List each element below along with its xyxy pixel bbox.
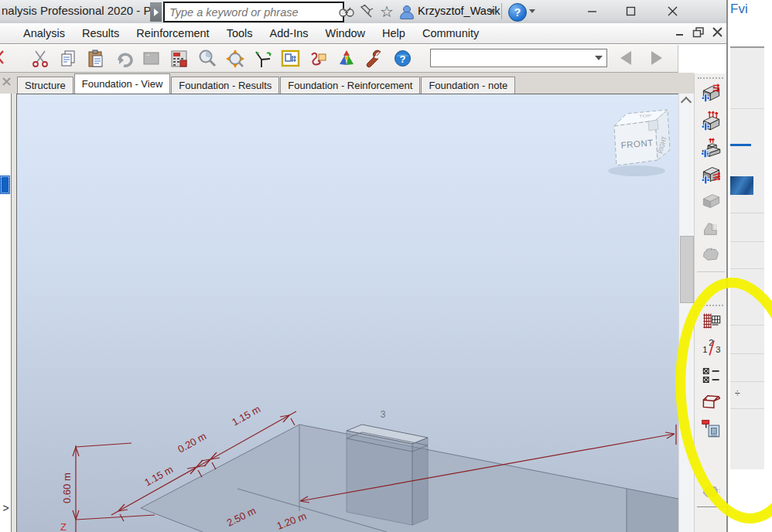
dim-height: 0.60 m (61, 472, 73, 503)
toolbar-separator (697, 271, 725, 272)
tab-foundation-results[interactable]: Foundation - Results (171, 77, 279, 94)
member-select-button[interactable] (249, 47, 277, 70)
cut-button[interactable] (26, 47, 54, 70)
expand-arrow-button[interactable] (150, 2, 162, 22)
nav-forward-button[interactable] (651, 51, 662, 65)
stepped-footing-button[interactable] (701, 138, 722, 159)
titlebar: nalysis Professional 2020 - P... ☆ Krzys… (0, 0, 728, 24)
view-3d-button[interactable] (333, 47, 360, 70)
pan-zoom-button[interactable] (221, 47, 249, 70)
scroll-up-button[interactable] (681, 96, 692, 105)
favorites-star-icon[interactable]: ☆ (378, 3, 395, 20)
chevron-down-icon (595, 56, 603, 60)
paste-button[interactable] (82, 47, 110, 70)
menu-addins[interactable]: Add-Ins (261, 23, 317, 43)
mdi-minimize-button[interactable] (673, 25, 687, 39)
external-divider (730, 325, 764, 326)
minimize-button[interactable] (574, 0, 610, 22)
menu-window[interactable]: Window (317, 23, 374, 43)
selection-combobox[interactable] (430, 49, 607, 67)
help-icon[interactable]: ? (508, 3, 527, 22)
pile-cap-disabled-button[interactable] (701, 218, 722, 239)
vertical-scrollbar[interactable] (678, 94, 695, 532)
external-glyph: ÷ (735, 388, 740, 399)
left-panel-selected-item[interactable] (0, 176, 10, 194)
toolbar-spacer (9, 47, 26, 70)
delete-icon[interactable] (0, 49, 6, 66)
view-tabbar: Structure Foundation - View Foundation -… (0, 73, 694, 94)
formwork-drawing-button[interactable] (701, 390, 722, 411)
combobox-value (431, 49, 606, 54)
reinforcement-description-button[interactable] (701, 365, 722, 386)
tab-foundation-reinforcement[interactable]: Foundation - Reinforcement (280, 77, 420, 94)
user-dropdown-icon[interactable] (489, 9, 495, 13)
external-divider (730, 353, 764, 354)
left-panel-expand-button[interactable]: > (1, 501, 11, 515)
titlebar-divider (501, 3, 502, 19)
nav-back-button[interactable] (620, 51, 631, 65)
mdi-close-icon (713, 28, 722, 36)
close-view-button[interactable] (1, 75, 12, 87)
avatar-body (400, 12, 414, 19)
external-divider (730, 381, 764, 382)
view-numbering-button[interactable] (277, 47, 305, 70)
bar-numbering-button[interactable]: 1 2 3 (701, 338, 722, 359)
help-dropdown-icon[interactable] (529, 9, 535, 13)
satellite-icon[interactable] (358, 3, 375, 20)
foundation-3d-scene: 3 0.60 m 1.15 m 0.20 m 1.15 m 2.50 m 1.2… (16, 94, 678, 532)
external-window-text: Fvi (730, 2, 748, 17)
external-divider (730, 241, 764, 242)
dim-chain-2: 0.20 m (176, 430, 208, 455)
menubar: Analysis Results Reinforcement Tools Add… (0, 23, 728, 44)
copy-button[interactable] (54, 47, 82, 70)
right-triangle-icon (154, 9, 159, 16)
spread-footing-load-x-button[interactable] (701, 82, 722, 103)
search-input[interactable] (163, 2, 344, 22)
screen-capture-button[interactable] (138, 47, 166, 70)
pier-number-label: 3 (381, 409, 386, 420)
undo-button[interactable] (110, 47, 138, 70)
supports-button[interactable] (305, 47, 333, 70)
drawing-note-button[interactable] (701, 418, 722, 438)
external-accent-line (730, 144, 751, 146)
toolbar-grip[interactable] (698, 77, 723, 81)
menu-community[interactable]: Community (414, 23, 487, 43)
signed-in-user[interactable]: Krzysztof_Wasik (418, 5, 500, 17)
window-title: nalysis Professional 2020 - P... (2, 4, 159, 17)
menu-analysis[interactable]: Analysis (15, 23, 73, 43)
menu-tools[interactable]: Tools (218, 23, 261, 43)
view-cube[interactable]: FRONT RIGHT TOP (608, 110, 670, 176)
menu-reinforcement[interactable]: Reinforcement (128, 23, 217, 43)
main-toolbar: ? (0, 45, 678, 73)
tab-structure[interactable]: Structure (17, 77, 73, 94)
external-divider (730, 108, 764, 109)
tab-foundation-note[interactable]: Foundation - note (421, 77, 515, 94)
binoculars-search-icon[interactable] (338, 3, 355, 20)
menu-results[interactable]: Results (73, 23, 128, 43)
foundation-toolbar: 1 2 3 (694, 73, 728, 532)
left-panel (0, 94, 12, 532)
reinforcement-mesh-button[interactable] (701, 311, 722, 332)
toolbar-grip[interactable] (698, 305, 723, 309)
continuous-footing-disabled-button[interactable] (701, 244, 722, 265)
svg-text:?: ? (399, 53, 405, 65)
tab-foundation-view[interactable]: Foundation - View (74, 73, 171, 94)
toolbar-separator (697, 506, 725, 507)
svg-text:1: 1 (702, 345, 707, 354)
tools-button[interactable] (360, 47, 388, 70)
maximize-button[interactable] (613, 0, 648, 22)
footing-disabled-button[interactable] (701, 190, 722, 211)
mdi-restore-button[interactable] (692, 25, 705, 39)
footing-moment-button[interactable] (701, 164, 722, 185)
help-button[interactable]: ? (388, 47, 416, 70)
close-button[interactable] (654, 0, 690, 22)
mdi-close-button[interactable] (710, 25, 724, 39)
menu-help[interactable]: Help (374, 23, 414, 43)
scrollbar-thumb[interactable] (680, 236, 694, 303)
zoom-button[interactable] (193, 47, 221, 70)
export-disabled-button[interactable] (701, 481, 722, 502)
user-avatar-icon[interactable] (398, 3, 415, 20)
spread-footing-load-z-button[interactable] (701, 111, 722, 131)
foundation-pier[interactable]: 3 (347, 409, 428, 525)
calculator-button[interactable] (166, 47, 193, 70)
